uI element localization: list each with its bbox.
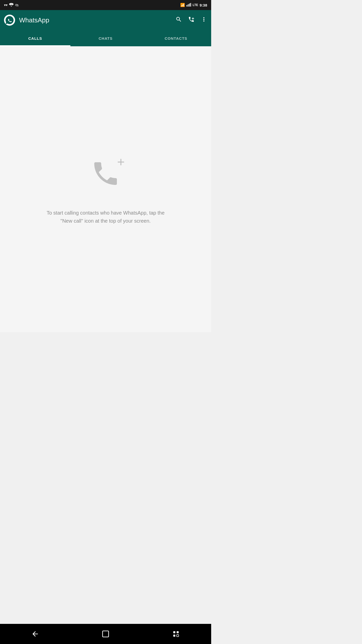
tab-calls[interactable]: CALLS — [0, 30, 70, 46]
shopping-icon: 🛍 — [15, 3, 19, 7]
app-logo-icon — [4, 15, 15, 26]
svg-rect-2 — [189, 4, 190, 7]
empty-state-message: To start calling contacts who have Whats… — [45, 209, 166, 225]
call-icon-container: + — [85, 153, 126, 194]
status-bar-left: ▾▾ 🛍 — [4, 3, 19, 7]
main-content: + To start calling contacts who have Wha… — [0, 46, 211, 332]
bluetooth-icon: 📶 — [180, 3, 185, 7]
signal-icon: ▾▾ — [4, 3, 8, 7]
signal-bars-icon — [187, 3, 191, 7]
svg-rect-0 — [187, 5, 187, 7]
app-header-left: WhatsApp — [4, 15, 49, 26]
more-options-icon[interactable] — [201, 16, 207, 24]
tab-bar: CALLS CHATS CONTACTS — [0, 30, 211, 46]
search-icon[interactable] — [175, 16, 182, 24]
tab-contacts[interactable]: CONTACTS — [141, 30, 211, 46]
app-header-actions — [175, 16, 207, 24]
tab-contacts-label: CONTACTS — [165, 36, 187, 41]
status-bar-right: 📶 LTE 9:38 — [180, 3, 207, 7]
app-header: WhatsApp — [0, 10, 211, 30]
svg-rect-3 — [190, 3, 191, 7]
tab-chats[interactable]: CHATS — [70, 30, 141, 46]
new-call-icon[interactable] — [188, 16, 195, 24]
svg-rect-1 — [188, 4, 189, 7]
lte-icon: LTE — [193, 3, 198, 7]
tab-calls-label: CALLS — [28, 36, 42, 41]
status-bar: ▾▾ 🛍 📶 LTE 9:38 — [0, 0, 211, 10]
plus-icon: + — [117, 155, 125, 169]
tab-chats-label: CHATS — [99, 36, 113, 41]
wifi-icon — [9, 3, 14, 7]
time-display: 9:38 — [200, 3, 207, 7]
app-title: WhatsApp — [19, 16, 49, 24]
phone-icon — [90, 158, 121, 189]
